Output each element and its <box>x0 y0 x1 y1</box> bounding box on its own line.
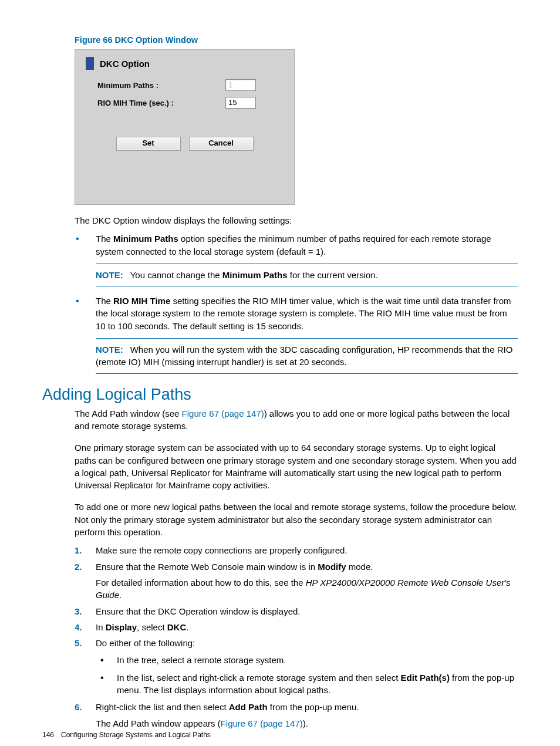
cancel-button[interactable]: Cancel <box>189 137 254 151</box>
note-label: NOTE: <box>96 345 123 355</box>
text: . <box>119 590 122 600</box>
text: The Add Path window appears ( <box>96 718 221 728</box>
procedure-steps: 1.Make sure the remote copy connections … <box>75 544 518 730</box>
step-4: 4. In Display, select DKC. <box>75 621 518 633</box>
step-number: 3. <box>75 605 82 617</box>
header-accent-icon <box>86 57 94 70</box>
text: The Add Path window (see <box>75 409 182 418</box>
step-3: 3.Ensure that the DKC Operation window i… <box>75 605 518 617</box>
text: The <box>96 234 113 244</box>
step-6-result: The Add Path window appears (Figure 67 (… <box>96 717 518 730</box>
step-6: 6. Right-click the list and then select … <box>75 701 518 730</box>
para-procedure-intro: To add one or more new logical paths bet… <box>75 501 518 538</box>
step-text: In <box>96 622 106 632</box>
para-add-path-intro: The Add Path window (see Figure 67 (page… <box>75 407 518 433</box>
step-text-bold: DKC <box>167 622 187 632</box>
step-number: 1. <box>75 544 82 556</box>
step-5-options: In the tree, select a remote storage sys… <box>96 654 518 696</box>
step-text: . <box>186 622 188 632</box>
step-text: Make sure the remote copy connections ar… <box>96 545 348 555</box>
note-text-bold: Minimum Paths <box>222 270 288 280</box>
figure-caption: Figure 66 DKC Option Window <box>75 35 518 45</box>
note-label: NOTE: <box>96 270 123 280</box>
note-rio-mih: NOTE:When you will run the system with t… <box>96 338 518 374</box>
step-text: , select <box>137 622 167 632</box>
settings-bullet-list: The Minimum Paths option specifies the m… <box>75 232 518 373</box>
step-text: mode. <box>346 562 373 572</box>
step-2-detail: For detailed information about how to do… <box>96 576 518 602</box>
step-number: 5. <box>75 637 82 649</box>
text: The <box>96 296 113 306</box>
step-2: 2. Ensure that the Remote Web Console ma… <box>75 561 518 602</box>
step-5: 5. Do either of the following: In the tr… <box>75 637 518 696</box>
dkc-button-row: Set Cancel <box>86 137 284 151</box>
set-button[interactable]: Set <box>116 137 181 151</box>
step-text-bold: Modify <box>318 562 346 572</box>
dkc-window-header: DKC Option <box>86 57 284 70</box>
step-text: Ensure that the DKC Operation window is … <box>96 606 301 616</box>
note-text: When you will run the system with the 3D… <box>96 345 512 367</box>
note-text: You cannot change the <box>130 270 222 280</box>
minimum-paths-row: Minimum Paths : 1 <box>97 79 284 91</box>
step-text: Ensure that the Remote Web Console main … <box>96 562 318 572</box>
minimum-paths-input: 1 <box>225 79 256 91</box>
step-number: 4. <box>75 621 82 633</box>
step-text: Right-click the list and then select <box>96 702 229 712</box>
bullet-rio-mih: The RIO MIH Time setting specifies the R… <box>75 295 518 373</box>
step-text-bold: Display <box>106 622 137 632</box>
page-footer: 146Configuring Storage Systems and Logic… <box>42 731 211 739</box>
intro-text: The DKC Option window displays the follo… <box>75 214 518 227</box>
step-5-option-list: In the list, select and right-click a re… <box>96 671 518 697</box>
step-text: from the pop-up menu. <box>268 702 359 712</box>
step-5-option-tree: In the tree, select a remote storage sys… <box>96 654 518 666</box>
note-text: for the current version. <box>288 270 378 280</box>
figure-67-link[interactable]: Figure 67 (page 147) <box>182 409 264 418</box>
step-number: 6. <box>75 701 82 713</box>
rio-mih-label: RIO MIH Time (sec.) : <box>97 99 225 107</box>
step-1: 1.Make sure the remote copy connections … <box>75 544 518 556</box>
note-min-paths: NOTE:You cannot change the Minimum Paths… <box>96 264 518 286</box>
dkc-option-window: DKC Option Minimum Paths : 1 RIO MIH Tim… <box>75 49 295 205</box>
step-number: 2. <box>75 561 82 573</box>
minimum-paths-label: Minimum Paths : <box>97 81 225 90</box>
text-bold: Edit Path(s) <box>401 673 450 683</box>
text: For detailed information about how to do… <box>96 578 306 588</box>
rio-mih-row: RIO MIH Time (sec.) : 15 <box>97 97 284 109</box>
step-text: Do either of the following: <box>96 638 195 648</box>
chapter-title: Configuring Storage Systems and Logical … <box>61 731 211 739</box>
step-text-bold: Add Path <box>229 702 268 712</box>
text: ). <box>303 718 308 728</box>
page-number: 146 <box>42 731 54 739</box>
bullet-minimum-paths: The Minimum Paths option specifies the m… <box>75 232 518 286</box>
rio-mih-input[interactable]: 15 <box>225 97 256 109</box>
section-heading-adding-logical-paths: Adding Logical Paths <box>42 386 518 404</box>
text: In the tree, select a remote storage sys… <box>117 655 286 665</box>
dkc-window-title: DKC Option <box>100 59 150 69</box>
text-bold: Minimum Paths <box>113 234 178 244</box>
figure-67-link[interactable]: Figure 67 (page 147) <box>221 718 303 728</box>
text: In the list, select and right-click a re… <box>117 673 401 683</box>
para-association: One primary storage system can be associ… <box>75 441 518 491</box>
text-bold: RIO MIH Time <box>113 296 170 306</box>
